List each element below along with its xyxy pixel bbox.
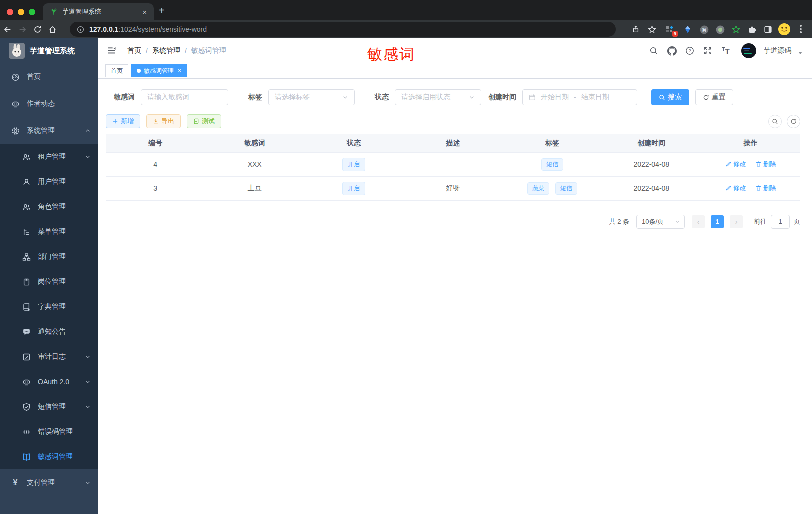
- sidebar-item-sms[interactable]: 短信管理: [0, 394, 98, 419]
- toggle-search-button[interactable]: [768, 115, 782, 128]
- extension-kite-icon[interactable]: [684, 25, 692, 34]
- svg-text:?: ?: [688, 48, 691, 53]
- filter-status-select[interactable]: 请选择启用状态: [395, 89, 482, 105]
- fullscreen-icon[interactable]: [702, 46, 714, 55]
- sidebar-item-oauth[interactable]: OAuth 2.0: [0, 369, 98, 394]
- new-tab-button[interactable]: +: [159, 5, 165, 15]
- sidebar-item-post[interactable]: 岗位管理: [0, 269, 98, 294]
- page-size-select[interactable]: 10条/页: [636, 215, 685, 229]
- github-icon[interactable]: [666, 46, 678, 56]
- extension-green-star-icon[interactable]: [732, 25, 740, 34]
- table-row: 4 XXX 开启 短信 2022-04-08 修改: [106, 152, 800, 176]
- edit-link[interactable]: 修改: [726, 160, 746, 169]
- zoom-window-button[interactable]: [29, 9, 36, 15]
- font-size-icon[interactable]: TT: [720, 47, 732, 55]
- back-button[interactable]: [0, 25, 15, 34]
- sidebar-submenu-system: 租户管理 用户管理 角色管理 菜单管理 部门管理 岗位管理: [0, 144, 98, 469]
- browser-tab[interactable]: 芋道管理系统 ×: [43, 3, 154, 20]
- macos-window-controls[interactable]: [7, 9, 36, 15]
- search-button[interactable]: 搜索: [652, 89, 690, 105]
- sidebar-item-label: 租户管理: [38, 152, 66, 161]
- tag-badge: 短信: [556, 182, 578, 195]
- share-icon[interactable]: [632, 25, 640, 33]
- current-page[interactable]: 1: [711, 215, 724, 228]
- filter-daterange-input[interactable]: 开始日期 - 结束日期: [522, 89, 638, 105]
- add-button[interactable]: 新增: [106, 114, 140, 128]
- forward-button[interactable]: [15, 25, 30, 34]
- sidebar-item-audit-log[interactable]: 审计日志: [0, 344, 98, 369]
- user-avatar[interactable]: [742, 43, 756, 58]
- refresh-table-button[interactable]: [787, 115, 800, 128]
- filter-word-input[interactable]: 请输入敏感词: [141, 89, 228, 105]
- sidebar-item-error-code[interactable]: 错误码管理: [0, 419, 98, 444]
- sidebar-item-pay[interactable]: ¥ 支付管理: [0, 469, 98, 496]
- sidebar-item-dept[interactable]: 部门管理: [0, 244, 98, 269]
- browser-menu-icon[interactable]: [800, 25, 802, 33]
- edit-link[interactable]: 修改: [726, 184, 746, 193]
- sidebar-item-system[interactable]: 系统管理: [0, 117, 98, 144]
- page-tab-sensitive-word[interactable]: 敏感词管理 ×: [132, 64, 187, 77]
- reload-button[interactable]: [30, 25, 45, 34]
- extension-command-icon[interactable]: ⌘: [700, 25, 709, 34]
- col-created: 创建时间: [602, 134, 701, 152]
- help-icon[interactable]: ?: [684, 46, 696, 55]
- sidebar-item-label: 支付管理: [27, 478, 55, 487]
- sidebar-item-author-news[interactable]: 作者动态: [0, 90, 98, 117]
- refresh-icon: [790, 118, 797, 125]
- next-page-button[interactable]: ›: [730, 215, 743, 228]
- side-panel-icon[interactable]: [764, 25, 772, 34]
- delete-link[interactable]: 删除: [756, 160, 776, 169]
- sidebar-item-user[interactable]: 用户管理: [0, 169, 98, 194]
- caret-down-icon[interactable]: [798, 52, 802, 54]
- delete-link[interactable]: 删除: [756, 184, 776, 193]
- refresh-icon: [703, 94, 710, 101]
- extension-record-icon[interactable]: [716, 25, 725, 34]
- address-bar[interactable]: 127.0.0.1:1024/system/sensitive-word: [70, 22, 616, 37]
- sidebar-item-label: 系统管理: [27, 126, 55, 135]
- test-button[interactable]: 测试: [187, 114, 222, 128]
- sidebar-item-label: 通知公告: [38, 327, 66, 336]
- sidebar-item-sensitive-word[interactable]: 敏感词管理: [0, 444, 98, 469]
- reset-button[interactable]: 重置: [696, 89, 734, 105]
- users-icon: [22, 152, 31, 161]
- breadcrumb-parent[interactable]: 系统管理: [152, 46, 180, 55]
- sidebar-item-tenant[interactable]: 租户管理: [0, 144, 98, 169]
- search-icon[interactable]: [648, 46, 660, 55]
- export-button[interactable]: 导出: [146, 114, 181, 128]
- goto-unit: 页: [794, 217, 800, 226]
- page-content: 敏感词 请输入敏感词 标签 请选择标签 状态 请选择启用状态: [98, 79, 812, 229]
- sidebar-item-home[interactable]: 首页: [0, 63, 98, 90]
- breadcrumb-home[interactable]: 首页: [128, 46, 142, 55]
- sidebar-item-menu[interactable]: 菜单管理: [0, 219, 98, 244]
- extension-grid-icon[interactable]: 9: [666, 25, 675, 34]
- browser-profile-avatar[interactable]: [778, 23, 791, 36]
- page-tab-home[interactable]: 首页: [106, 64, 128, 77]
- tab-close-icon[interactable]: ×: [178, 67, 182, 74]
- extensions-puzzle-icon[interactable]: [748, 25, 756, 34]
- user-name[interactable]: 芋道源码: [764, 46, 792, 55]
- filter-tag-select[interactable]: 请选择标签: [268, 89, 355, 105]
- close-window-button[interactable]: [7, 9, 14, 15]
- minimize-window-button[interactable]: [18, 9, 24, 15]
- app-header: 首页 / 系统管理 / 敏感词管理 敏感词 ? TT 芋道源码: [98, 38, 812, 63]
- sidebar-item-label: OAuth 2.0: [38, 378, 70, 386]
- prev-page-button[interactable]: ‹: [692, 215, 705, 228]
- cell-word: 土豆: [205, 176, 304, 200]
- bookmark-star-icon[interactable]: [648, 25, 656, 34]
- sidebar-fold-icon[interactable]: [105, 44, 118, 57]
- site-info-icon[interactable]: [77, 26, 84, 33]
- sidebar-item-role[interactable]: 角色管理: [0, 194, 98, 219]
- home-button[interactable]: [45, 25, 60, 34]
- goto-page-input[interactable]: 1: [771, 215, 790, 229]
- page-size-value: 10条/页: [642, 217, 664, 226]
- sidebar-item-dict[interactable]: 字典管理: [0, 294, 98, 319]
- sidebar-item-notice[interactable]: 通知公告: [0, 319, 98, 344]
- browser-toolbar: 127.0.0.1:1024/system/sensitive-word 9 ⌘: [0, 20, 812, 38]
- filter-word-label: 敏感词: [114, 93, 141, 102]
- app-logo: [9, 43, 25, 59]
- sensitive-word-table: 编号 敏感词 状态 描述 标签 创建时间 操作 4 XXX 开启: [106, 134, 800, 201]
- table-header-row: 编号 敏感词 状态 描述 标签 创建时间 操作: [106, 134, 800, 152]
- breadcrumb-separator: /: [185, 47, 187, 55]
- link-label: 修改: [734, 160, 746, 169]
- tab-close-icon[interactable]: ×: [140, 7, 149, 17]
